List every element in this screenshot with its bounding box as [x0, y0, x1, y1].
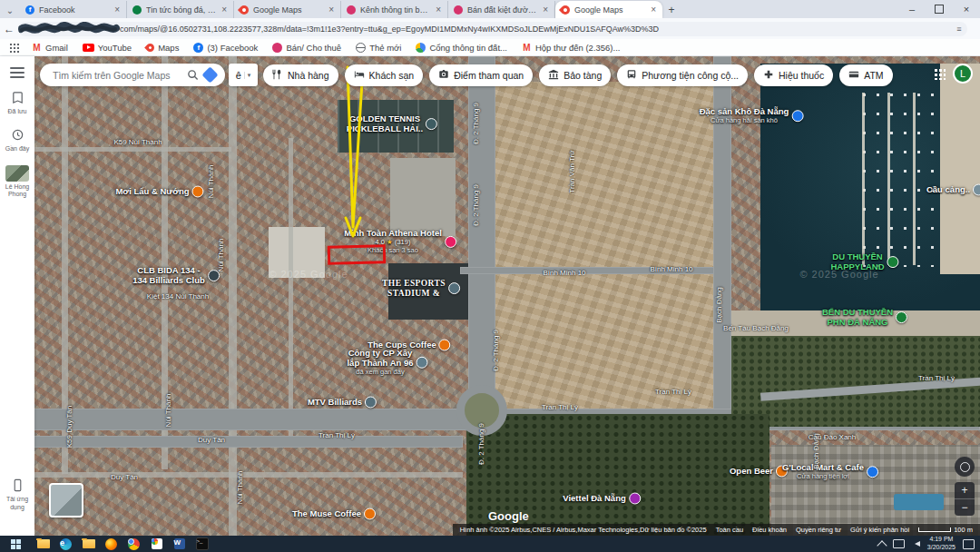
- sidebar-item-recents[interactable]: Gần đây: [0, 128, 34, 153]
- my-location-button[interactable]: [955, 457, 975, 477]
- tab-close-icon[interactable]: ×: [113, 5, 121, 15]
- search-box[interactable]: [40, 64, 225, 86]
- explorer-taskbar-icon[interactable]: [36, 537, 50, 551]
- bookmark-item[interactable]: Maps: [146, 43, 179, 53]
- sidebar-item-saved[interactable]: Đã lưu: [0, 91, 34, 116]
- chip-hotel[interactable]: Khách sạn: [345, 64, 424, 86]
- start-button[interactable]: [0, 536, 31, 552]
- tab-search-chevron-icon[interactable]: ⌄: [0, 2, 20, 18]
- bookmark-item[interactable]: Thẻ mới: [356, 43, 401, 53]
- notification-center-icon[interactable]: [963, 539, 975, 549]
- marina-boats: [858, 85, 941, 267]
- chip-label: Bảo tàng: [564, 70, 602, 81]
- tab-close-icon[interactable]: ×: [435, 5, 442, 15]
- attribution-link[interactable]: Gửi ý kiến phản hồi: [850, 526, 909, 534]
- menu-icon[interactable]: [10, 67, 24, 78]
- sidebar-item-label: Lê Hồng Phong: [1, 183, 34, 199]
- close-button[interactable]: ×: [953, 0, 980, 18]
- chip-label: ATM: [864, 70, 883, 81]
- attribution-link[interactable]: Điều khoản: [752, 526, 787, 534]
- apps-grid-icon[interactable]: [9, 43, 19, 53]
- chip-attraction[interactable]: Điểm tham quan: [429, 64, 533, 86]
- browser-tab-facebook[interactable]: Facebook×: [20, 1, 127, 18]
- minor-road: [162, 56, 168, 469]
- photos-taskbar-icon[interactable]: [150, 537, 163, 551]
- directions-icon[interactable]: [201, 66, 218, 83]
- maps-favicon: [238, 3, 250, 15]
- account-avatar[interactable]: L: [953, 64, 973, 84]
- bookmark-item[interactable]: (3) Facebook: [193, 43, 258, 53]
- minor-road: [0, 472, 463, 478]
- browser-tab-real-estate-channel[interactable]: Kênh thông tin bất động sản×: [341, 1, 448, 18]
- chip-pharmacy[interactable]: Hiệu thuốc: [754, 64, 833, 86]
- tab-close-icon[interactable]: ×: [542, 5, 549, 15]
- word-taskbar-icon[interactable]: [172, 537, 186, 551]
- browser-tab-google-maps-1[interactable]: Google Maps×: [234, 1, 341, 18]
- bookmark-item[interactable]: Bán/ Cho thuê: [272, 43, 341, 53]
- tray-chevron-icon[interactable]: [877, 540, 887, 550]
- minimize-button[interactable]: –: [898, 0, 926, 18]
- place-thumbnail: [5, 165, 29, 182]
- sidebar-item-le-hong-phong[interactable]: Lê Hồng Phong: [0, 165, 34, 199]
- bookmark-item[interactable]: Gmail: [32, 43, 68, 53]
- attribution-link[interactable]: Quyền riêng tư: [796, 526, 841, 534]
- tab-close-icon[interactable]: ×: [328, 5, 335, 15]
- firefox-taskbar-icon[interactable]: [104, 537, 118, 551]
- tab-title: Facebook: [39, 5, 109, 15]
- browser-nav-bar: ← com/maps/@16.0502731,108.2223577,328m/…: [0, 18, 980, 39]
- sidebar-bottom: Tải ứng dụng: [0, 478, 34, 523]
- speaker-icon[interactable]: [912, 541, 920, 547]
- zoom-panel: + −: [955, 482, 975, 516]
- zoom-out-button[interactable]: −: [955, 499, 975, 516]
- bookmark-item[interactable]: YouTube: [83, 43, 132, 53]
- explorer-icon: [37, 539, 50, 548]
- photos-icon: [152, 538, 162, 549]
- windows-taskbar: 4:19 PM 3/20/2025: [0, 536, 980, 552]
- url-bar-menu-icon[interactable]: ≡: [951, 25, 967, 34]
- new-tab-button[interactable]: +: [662, 2, 681, 18]
- bookmark-list: GmailYouTubeMaps(3) FacebookBán/ Cho thu…: [32, 43, 620, 53]
- tab-title: Google Maps: [574, 5, 645, 15]
- museum-icon: [548, 69, 559, 82]
- terminal-taskbar-icon[interactable]: [195, 537, 209, 551]
- gmail-icon: [522, 43, 532, 53]
- chip-museum[interactable]: Bảo tàng: [539, 64, 611, 86]
- network-icon[interactable]: [893, 539, 905, 548]
- search-icon[interactable]: [187, 69, 199, 81]
- bookmark-item[interactable]: Cổng thông tin đất...: [416, 43, 507, 53]
- attribution-link[interactable]: Toàn cầu: [716, 526, 743, 534]
- google-apps-grid-icon[interactable]: [934, 68, 946, 80]
- ime-indicator[interactable]: ê ▾: [229, 64, 258, 86]
- minor-road: [229, 56, 237, 536]
- url-bar[interactable]: com/maps/@16.0502731,108.2223577,328m/da…: [18, 22, 967, 36]
- edge-taskbar-icon[interactable]: [59, 537, 73, 551]
- lotus-icon: [272, 43, 282, 53]
- map-canvas[interactable]: Hình ảnh ©2025 Airbus,CNES / Airbus,Maxa…: [0, 56, 980, 536]
- chrome-taskbar-icon[interactable]: [127, 537, 141, 551]
- tab-close-icon[interactable]: ×: [650, 5, 657, 15]
- maps-sidebar: Đã lưuGần đâyLê Hồng Phong Tải ứng dụng: [0, 56, 34, 536]
- bookmark-label: Hộp thư đến (2.356)...: [535, 43, 621, 53]
- taskbar-clock[interactable]: 4:19 PM 3/20/2025: [927, 536, 956, 552]
- ime-caret-icon[interactable]: ▾: [244, 72, 251, 79]
- chip-restaurant[interactable]: Nhà hàng: [263, 64, 338, 86]
- zoom-in-button[interactable]: +: [955, 482, 975, 499]
- browser-tab-google-maps-2[interactable]: Google Maps×: [555, 1, 662, 18]
- tab-close-icon[interactable]: ×: [220, 5, 228, 15]
- attribution-text: Hình ảnh ©2025 Airbus,CNES / Airbus,Maxa…: [460, 526, 707, 534]
- road-binh-minh-10: [460, 267, 714, 274]
- search-input[interactable]: [51, 69, 181, 82]
- road-duy-tan: [0, 436, 463, 448]
- map-attribution-bar: Hình ảnh ©2025 Airbus,CNES / Airbus,Maxa…: [453, 524, 980, 536]
- back-button[interactable]: ←: [0, 23, 18, 35]
- bookmark-item[interactable]: Hộp thư đến (2.356)...: [522, 43, 621, 53]
- browser-tab-ban-dat-nui-thanh[interactable]: Bán đất kiệt đường Núi Thành×: [448, 1, 555, 18]
- layers-thumbnail[interactable]: [49, 483, 83, 518]
- chip-atm[interactable]: ATM: [839, 64, 892, 86]
- maximize-button[interactable]: [926, 0, 953, 18]
- folder-taskbar-icon[interactable]: [82, 537, 95, 551]
- sidebar-item-get-app[interactable]: Tải ứng dụng: [0, 478, 34, 511]
- chip-transit[interactable]: Phương tiện công cộ...: [617, 64, 748, 86]
- bookmark-label: YouTube: [98, 43, 132, 53]
- browser-tab-sports-news[interactable]: Tin tức bóng đá, thể thao, giải×: [127, 1, 234, 18]
